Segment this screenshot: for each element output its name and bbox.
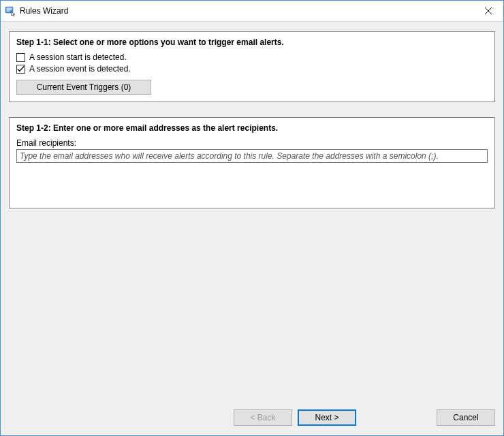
- svg-rect-1: [7, 8, 12, 9]
- recipients-input[interactable]: [16, 149, 488, 163]
- step-1-panel: Step 1-1: Select one or more options you…: [9, 31, 495, 102]
- close-icon: [485, 7, 492, 14]
- rules-wizard-window: Rules Wizard Step 1-1: Select one or mor…: [0, 0, 504, 436]
- step-2-heading: Step 1-2: Enter one or more email addres…: [16, 123, 488, 133]
- step-2-panel: Step 1-2: Enter one or more email addres…: [9, 117, 495, 208]
- option-session-event[interactable]: A session event is detected.: [16, 64, 488, 74]
- cancel-button[interactable]: Cancel: [437, 409, 495, 426]
- recipients-label: Email recipients:: [16, 138, 488, 148]
- svg-rect-3: [7, 11, 10, 12]
- svg-rect-2: [7, 10, 12, 10]
- close-button[interactable]: [473, 1, 503, 21]
- back-button: < Back: [234, 409, 292, 426]
- client-area: Step 1-1: Select one or more options you…: [1, 22, 503, 435]
- option-session-start[interactable]: A session start is detected.: [16, 52, 488, 62]
- checkbox-session-event[interactable]: [16, 65, 25, 74]
- checkbox-session-start[interactable]: [16, 53, 25, 62]
- option-session-start-label: A session start is detected.: [29, 52, 127, 62]
- wizard-icon: [5, 5, 16, 16]
- titlebar: Rules Wizard: [1, 1, 503, 22]
- next-button[interactable]: Next >: [298, 409, 356, 426]
- current-event-triggers-button[interactable]: Current Event Triggers (0): [16, 80, 151, 95]
- window-title: Rules Wizard: [20, 6, 473, 16]
- step-1-heading: Step 1-1: Select one or more options you…: [16, 37, 488, 47]
- option-session-event-label: A session event is detected.: [29, 64, 131, 74]
- wizard-footer: < Back Next > Cancel: [9, 409, 495, 426]
